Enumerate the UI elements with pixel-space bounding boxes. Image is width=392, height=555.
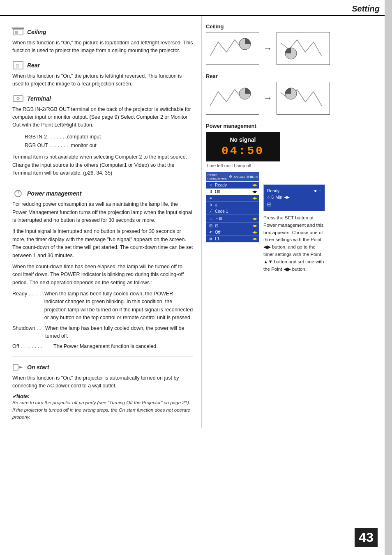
ceiling-icon: ⊞ [12, 28, 24, 37]
osd-icon-0: ☆ [208, 183, 214, 187]
osd-label-3: ○ [215, 203, 257, 207]
osd-bar-icons: ▤▦□◁ [247, 175, 258, 179]
timeleft-text: Time left until Lamp off [206, 163, 388, 168]
ceiling-after-box [277, 32, 330, 65]
osd-icon-8: ⊗ [208, 237, 214, 241]
osd-bar-pm: Power management [208, 173, 227, 180]
osd-label-0: Ready [215, 183, 252, 187]
osd-arrow-7: ◀▶ [252, 230, 257, 234]
osd-row-8: ⊗ L1 ◀▶ [206, 236, 259, 242]
osd-arrow-0: ◀▶ [252, 183, 257, 187]
terminal-icon [12, 94, 24, 103]
osd-arrow-2: ◀▶ [252, 196, 257, 200]
bullet-off-text: The Power Management function is cancele… [53, 343, 193, 350]
ceiling-diagram-label: Ceiling [206, 23, 388, 30]
popup-num-arrows: ◀▶ [284, 195, 290, 199]
svg-text:⊡: ⊡ [16, 63, 19, 68]
osd-row-1: 3 Off ◀▶ [206, 189, 259, 195]
rear-diagram-label: Rear [206, 73, 388, 79]
ceiling-diagram: Ceiling → [206, 23, 388, 65]
popup-arrows: ◀ → [314, 189, 321, 193]
pm-body1: For reducing power consumption as well a… [12, 200, 193, 224]
bullet-ready-label: Ready . . . . . . [12, 290, 44, 322]
onstart-icon [12, 363, 24, 372]
osd-label-6: ⊟ [215, 223, 252, 228]
ceiling-section-header: ⊞ Ceiling [12, 28, 193, 37]
popup-row1: Ready ◀ → [267, 187, 321, 194]
list-item: RGB OUT . . . . . . . .monitor out [25, 141, 193, 150]
main-content: ⊞ Ceiling When this function is "On," th… [0, 16, 392, 428]
osd-row-7: ↶ Off ◀▶ [206, 229, 259, 236]
osd-icon-3: b [208, 203, 214, 207]
left-column: ⊞ Ceiling When this function is "On," th… [0, 16, 201, 428]
popup-sun-icon: ○ [267, 195, 270, 200]
rear-icon: ⊡ [12, 61, 24, 70]
rear-arrow: → [263, 93, 272, 104]
note-section: ✔Note: Be sure to turn the projector off… [12, 393, 193, 421]
bullet-shutdown-label: Shutdown . . [12, 325, 45, 341]
osd-icon-2: ✶ [208, 196, 214, 200]
terminal-body1: The RGB IN-2/RGB OUT terminal on the bac… [12, 106, 193, 129]
rear-diagram: Rear → [206, 73, 388, 115]
osd-icon-6: ⊞ [208, 223, 214, 228]
terminal-body2: Terminal item is not available when sele… [12, 153, 193, 177]
svg-rect-9 [13, 364, 18, 370]
divider2 [12, 357, 193, 357]
sidebar-strip [385, 0, 392, 555]
osd-row-6: ⊞ ⊟ ◀▶ [206, 223, 259, 229]
rear-section-header: ⊡ Rear [12, 61, 193, 70]
divider [12, 183, 193, 183]
ceiling-body: When this function is "On," the picture … [12, 39, 193, 55]
nosignal-timer: 04:50 [214, 145, 272, 157]
bullet-ready: Ready . . . . . . When the lamp has been… [12, 290, 193, 322]
pm-desc-text: Press the SET button at Power management… [263, 214, 325, 273]
osd-row-2: ✶ ◀▶ [206, 195, 259, 202]
page-header: Setting [0, 0, 392, 16]
pm-diagram-label: Power management [206, 123, 388, 129]
terminal-section-header: Terminal [12, 94, 193, 103]
osd-row-0: ☆ Ready ◀▶ [206, 182, 259, 189]
ceiling-diagram-row: → [206, 32, 388, 65]
bullet-off-label: Off . . . . . . . . [12, 343, 53, 350]
osd-arrow-8: ◀▶ [252, 237, 257, 241]
power-mgmt-icon [12, 189, 24, 198]
ceiling-before-box [206, 32, 259, 65]
osd-popup: Ready ◀ → ○ 5 Min ◀▶ ⊟ [263, 184, 325, 211]
osd-label-7: Off [215, 230, 252, 235]
osd-popup-area: Ready ◀ → ○ 5 Min ◀▶ ⊟ Press t [263, 184, 325, 273]
popup-row2: ○ 5 Min ◀▶ [267, 194, 321, 200]
page-title: Setting [352, 4, 380, 14]
osd-arrow-6: ◀▶ [252, 224, 257, 228]
note-text: Be sure to turn the projector off proper… [12, 399, 193, 421]
note-header: ✔Note: [12, 393, 193, 399]
osd-layout: Power management ⚙ SVGA1 ▤▦□◁ ☆ Ready ◀▶ [206, 172, 388, 273]
osd-icon-1: 3 [208, 189, 214, 194]
ceiling-arrow: → [263, 43, 272, 54]
rear-diagram-row: → [206, 82, 388, 115]
osd-label-1: Off [215, 189, 252, 194]
svg-point-7 [18, 98, 18, 99]
popup-ready-label: Ready [267, 188, 279, 193]
osd-icon-4: ∕ [208, 209, 214, 214]
popup-num: 5 [271, 195, 274, 200]
popup-row3: ⊟ [267, 200, 321, 208]
pm-bullets: Ready . . . . . . When the lamp has been… [12, 290, 193, 351]
bullet-shutdown-text: When the lamp has been fully cooled down… [45, 325, 193, 341]
rear-after-box [277, 82, 330, 115]
terminal-list: RGB IN-2 . . . . . . .computer input RGB… [12, 133, 193, 150]
osd-icon-7: ↶ [208, 230, 214, 235]
osd-arrow-1: ◀▶ [252, 190, 257, 193]
osd-bar-svga: SVGA1 [234, 175, 245, 179]
nosignal-text: No signal [214, 136, 272, 143]
osd-row-3: b ○ [206, 202, 259, 208]
bullet-shutdown: Shutdown . . When the lamp has been full… [12, 325, 193, 341]
osd-icon-5: ↔ [208, 216, 214, 221]
onstart-title: On start [27, 364, 49, 371]
power-mgmt-diagram: Power management No signal 04:50 Time le… [206, 123, 388, 273]
terminal-title: Terminal [27, 95, 51, 102]
onstart-section-header: On start [12, 363, 193, 372]
osd-arrow-5: ◀▶ [252, 217, 257, 221]
osd-row-4: ∕ Code 1 [206, 208, 259, 215]
osd-bar-icon: ⚙ [229, 175, 232, 179]
popup-icon3: ⊟ [267, 201, 272, 207]
